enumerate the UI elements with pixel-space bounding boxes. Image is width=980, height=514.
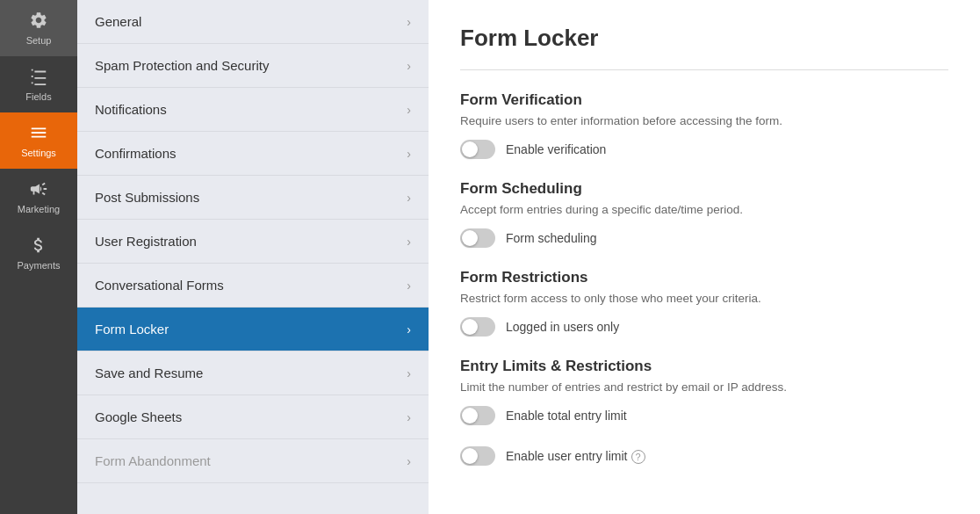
sidebar-icon-settings[interactable]: Settings	[0, 112, 77, 169]
section-title-entry-limits: Entry Limits & Restrictions	[460, 358, 948, 375]
toggle-track-enable-total-entry-limit[interactable]	[460, 406, 495, 425]
section-title-form-scheduling: Form Scheduling	[460, 180, 948, 198]
toggle-track-enable-verification[interactable]	[460, 140, 495, 159]
sidebar-icon-label-payments: Payments	[18, 260, 61, 271]
divider	[460, 69, 948, 70]
toggle-track-logged-in-users[interactable]	[460, 317, 495, 337]
toggle-label-logged-in-users: Logged in users only	[506, 320, 619, 334]
nav-item-form-abandonment: Form Abandonment ›	[77, 439, 429, 483]
chevron-icon-google-sheets: ›	[407, 410, 411, 424]
nav-label-form-abandonment: Form Abandonment	[95, 453, 211, 468]
chevron-icon-user-registration: ›	[407, 235, 411, 249]
sidebar-icon-label-setup: Setup	[26, 35, 52, 46]
nav-item-form-locker[interactable]: Form Locker ›	[77, 308, 429, 351]
sidebar-icon-setup[interactable]: Setup	[0, 0, 77, 56]
chevron-icon-general: ›	[407, 15, 411, 29]
chevron-icon-form-locker: ›	[407, 322, 411, 337]
toggle-form-scheduling[interactable]	[460, 228, 495, 248]
toggle-thumb-enable-verification	[462, 141, 478, 157]
nav-item-confirmations[interactable]: Confirmations ›	[77, 132, 429, 176]
section-desc-form-scheduling: Accept form entries during a specific da…	[460, 203, 948, 216]
nav-item-conversational-forms[interactable]: Conversational Forms ›	[77, 264, 429, 308]
sidebar-icon-label-marketing: Marketing	[18, 204, 60, 214]
sidebar-icon-label-settings: Settings	[21, 148, 56, 158]
toggle-enable-user-entry-limit[interactable]	[460, 446, 495, 466]
fields-icon	[29, 67, 48, 88]
nav-label-spam-protection: Spam Protection and Security	[95, 58, 269, 73]
nav-item-google-sheets[interactable]: Google Sheets ›	[77, 395, 429, 439]
sidebar-icon-label-fields: Fields	[25, 91, 51, 102]
toggle-thumb-enable-total-entry-limit	[462, 408, 478, 424]
toggle-row-logged-in-users: Logged in users only	[460, 317, 948, 337]
toggle-row-form-scheduling: Form scheduling	[460, 228, 948, 248]
nav-item-spam-protection[interactable]: Spam Protection and Security ›	[77, 44, 429, 88]
sections-container: Form Verification Require users to enter…	[460, 91, 948, 466]
sidebar-icon-payments[interactable]: Payments	[0, 225, 77, 281]
toggle-logged-in-users[interactable]	[460, 317, 495, 337]
nav-label-google-sheets: Google Sheets	[95, 409, 182, 424]
payments-icon	[29, 235, 48, 257]
toggle-row-enable-total-entry-limit: Enable total entry limit	[460, 406, 948, 425]
page-title: Form Locker	[460, 25, 948, 52]
chevron-icon-spam-protection: ›	[407, 59, 411, 73]
section-title-form-restrictions: Form Restrictions	[460, 269, 948, 286]
marketing-icon	[29, 179, 48, 200]
section-entry-limits: Entry Limits & Restrictions Limit the nu…	[460, 358, 948, 466]
sidebar-icon-fields[interactable]: Fields	[0, 56, 77, 112]
toggle-enable-verification[interactable]	[460, 140, 495, 159]
chevron-icon-conversational-forms: ›	[407, 279, 411, 293]
nav-label-general: General	[95, 14, 141, 29]
toggle-track-form-scheduling[interactable]	[460, 228, 495, 248]
nav-item-save-and-resume[interactable]: Save and Resume ›	[77, 351, 429, 395]
toggle-row-enable-user-entry-limit: Enable user entry limit?	[460, 446, 948, 466]
icon-sidebar: Setup Fields Settings Marketing Payments	[0, 0, 77, 514]
settings-icon	[29, 123, 48, 144]
nav-label-form-locker: Form Locker	[95, 322, 169, 337]
chevron-icon-save-and-resume: ›	[407, 366, 411, 380]
nav-label-save-and-resume: Save and Resume	[95, 366, 203, 380]
toggle-label-enable-user-entry-limit: Enable user entry limit?	[506, 449, 645, 464]
section-form-restrictions: Form Restrictions Restrict form access t…	[460, 269, 948, 337]
nav-label-notifications: Notifications	[95, 102, 167, 117]
main-content: Form Locker Form Verification Require us…	[429, 0, 980, 514]
nav-item-general[interactable]: General ›	[77, 0, 429, 44]
toggle-enable-total-entry-limit[interactable]	[460, 406, 495, 425]
setup-icon	[29, 11, 48, 32]
chevron-icon-post-submissions: ›	[407, 191, 411, 205]
toggle-label-enable-total-entry-limit: Enable total entry limit	[506, 409, 627, 423]
section-desc-form-verification: Require users to enter information befor…	[460, 114, 948, 127]
toggle-thumb-logged-in-users	[462, 319, 478, 335]
toggle-thumb-form-scheduling	[462, 230, 478, 246]
nav-sidebar: General › Spam Protection and Security ›…	[77, 0, 429, 514]
section-form-scheduling: Form Scheduling Accept form entries duri…	[460, 180, 948, 248]
nav-label-post-submissions: Post Submissions	[95, 190, 199, 205]
section-desc-entry-limits: Limit the number of entries and restrict…	[460, 380, 948, 394]
sidebar-icon-marketing[interactable]: Marketing	[0, 169, 77, 225]
help-icon-enable-user-entry-limit[interactable]: ?	[631, 450, 645, 464]
nav-label-conversational-forms: Conversational Forms	[95, 278, 224, 293]
chevron-icon-confirmations: ›	[407, 147, 411, 161]
nav-item-notifications[interactable]: Notifications ›	[77, 88, 429, 132]
section-desc-form-restrictions: Restrict form access to only those who m…	[460, 292, 948, 305]
nav-item-post-submissions[interactable]: Post Submissions ›	[77, 176, 429, 220]
chevron-icon-notifications: ›	[407, 103, 411, 117]
chevron-icon-form-abandonment: ›	[407, 454, 411, 468]
section-form-verification: Form Verification Require users to enter…	[460, 91, 948, 159]
toggle-label-form-scheduling: Form scheduling	[506, 231, 597, 245]
nav-label-confirmations: Confirmations	[95, 146, 177, 161]
toggle-row-enable-verification: Enable verification	[460, 140, 948, 159]
section-title-form-verification: Form Verification	[460, 91, 948, 109]
nav-label-user-registration: User Registration	[95, 234, 197, 249]
toggle-track-enable-user-entry-limit[interactable]	[460, 446, 495, 466]
nav-item-user-registration[interactable]: User Registration ›	[77, 220, 429, 264]
toggle-thumb-enable-user-entry-limit	[462, 448, 478, 464]
toggle-label-enable-verification: Enable verification	[506, 142, 606, 156]
